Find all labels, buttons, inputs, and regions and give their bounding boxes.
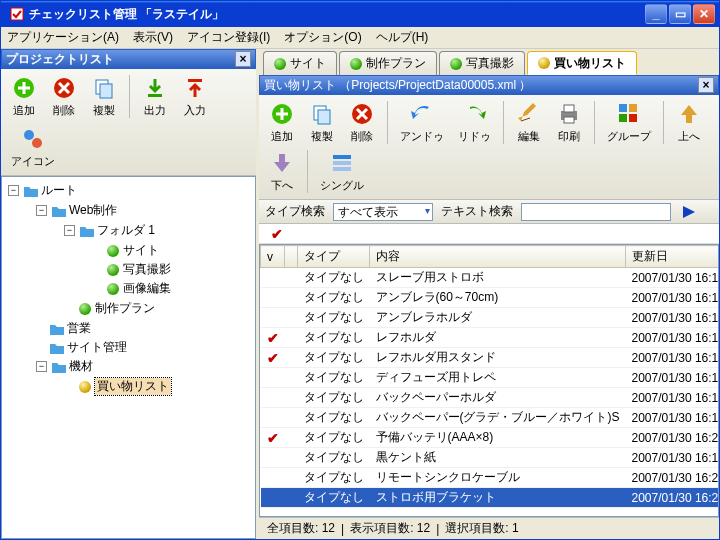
type-search-label: タイプ検索 bbox=[265, 203, 325, 220]
project-list-close-button[interactable]: × bbox=[235, 51, 251, 67]
cell-updated: 2007/01/30 16:20:26 bbox=[626, 488, 720, 508]
tree-sales[interactable]: 営業 bbox=[67, 320, 91, 337]
svg-rect-15 bbox=[564, 117, 574, 123]
type-search-combo[interactable]: すべて表示 bbox=[333, 203, 433, 221]
svg-rect-22 bbox=[333, 167, 351, 171]
text-search-label: テキスト検索 bbox=[441, 203, 513, 220]
cell-type: タイプなし bbox=[298, 328, 370, 348]
cell-updated: 2007/01/30 16:20:13 bbox=[626, 468, 720, 488]
menu-application[interactable]: アプリケーション(A) bbox=[7, 29, 119, 46]
close-button[interactable]: ✕ bbox=[693, 4, 715, 24]
item-icon bbox=[105, 281, 121, 297]
item-grid[interactable]: v タイプ 内容 更新日 タイプなしスレーブ用ストロボ2007/01/30 16… bbox=[259, 244, 719, 517]
tree-photo[interactable]: 写真撮影 bbox=[123, 261, 171, 278]
item-duplicate-button[interactable]: 複製 bbox=[303, 99, 341, 146]
project-icon-button[interactable]: アイコン bbox=[5, 124, 61, 171]
table-row[interactable]: タイプなしスレーブ用ストロボ2007/01/30 16:15:04 bbox=[261, 268, 720, 288]
table-row[interactable]: ✔タイプなしレフホルダ用スタンド2007/01/30 16:16:23 bbox=[261, 348, 720, 368]
minimize-button[interactable]: _ bbox=[645, 4, 667, 24]
project-duplicate-button[interactable]: 複製 bbox=[85, 73, 123, 120]
project-export-button[interactable]: 出力 bbox=[136, 73, 174, 120]
print-button[interactable]: 印刷 bbox=[550, 99, 588, 146]
filter-bar: タイプ検索 すべて表示 テキスト検索 bbox=[259, 200, 719, 224]
move-down-button[interactable]: 下へ bbox=[263, 148, 301, 195]
tree-collapse-icon[interactable]: − bbox=[36, 361, 47, 372]
text-search-input[interactable] bbox=[521, 203, 671, 221]
tree-equip[interactable]: 機材 bbox=[69, 358, 93, 375]
project-add-button[interactable]: 追加 bbox=[5, 73, 43, 120]
project-delete-button[interactable]: 削除 bbox=[45, 73, 83, 120]
folder-icon bbox=[49, 340, 65, 356]
maximize-button[interactable]: ▭ bbox=[669, 4, 691, 24]
redo-button[interactable]: リドゥ bbox=[452, 99, 497, 146]
tree-root[interactable]: ルート bbox=[41, 182, 77, 199]
cell-content: 黒ケント紙 bbox=[370, 448, 626, 468]
tab-plan[interactable]: 制作プラン bbox=[339, 51, 437, 75]
table-row[interactable]: タイプなしバックペーパー(グラデ・ブルー／ホワイト)S2007/01/30 16… bbox=[261, 408, 720, 428]
col-type[interactable]: タイプ bbox=[298, 246, 370, 268]
project-import-button[interactable]: 入力 bbox=[176, 73, 214, 120]
single-button[interactable]: シングル bbox=[314, 148, 370, 195]
cell-content: ストロボ用ブラケット bbox=[370, 488, 626, 508]
tree-plan[interactable]: 制作プラン bbox=[95, 300, 155, 317]
tree-siteadmin[interactable]: サイト管理 bbox=[67, 339, 127, 356]
project-toolbar: 追加 削除 複製 出力 入力 アイコン bbox=[1, 69, 256, 176]
group-button[interactable]: グループ bbox=[601, 99, 657, 146]
main-pane: サイト 制作プラン 写真撮影 買い物リスト 買い物リスト （Projects/P… bbox=[259, 49, 719, 539]
col-updated[interactable]: 更新日 bbox=[626, 246, 720, 268]
tree-site[interactable]: サイト bbox=[123, 242, 159, 259]
table-row[interactable]: タイプなしディフューズ用トレペ2007/01/30 16:16:57 bbox=[261, 368, 720, 388]
menu-option[interactable]: オプション(O) bbox=[284, 29, 361, 46]
tab-photo[interactable]: 写真撮影 bbox=[439, 51, 525, 75]
table-row[interactable]: タイプなしストロボ用ブラケット2007/01/30 16:20:26 bbox=[261, 488, 720, 508]
edit-button[interactable]: 編集 bbox=[510, 99, 548, 146]
search-go-button[interactable] bbox=[679, 203, 697, 221]
menu-icon[interactable]: アイコン登録(I) bbox=[187, 29, 270, 46]
item-add-button[interactable]: 追加 bbox=[263, 99, 301, 146]
folder-icon bbox=[79, 223, 95, 239]
menu-view[interactable]: 表示(V) bbox=[133, 29, 173, 46]
svg-rect-11 bbox=[318, 110, 330, 124]
table-row[interactable]: タイプなしリモートシンクロケーブル2007/01/30 16:20:13 bbox=[261, 468, 720, 488]
cell-content: レフホルダ用スタンド bbox=[370, 348, 626, 368]
col-content[interactable]: 内容 bbox=[370, 246, 626, 268]
status-total: 全項目数: 12 bbox=[267, 520, 335, 537]
cell-type: タイプなし bbox=[298, 468, 370, 488]
svg-rect-4 bbox=[100, 84, 112, 98]
tree-collapse-icon[interactable]: − bbox=[64, 225, 75, 236]
tree-folder1[interactable]: フォルダ 1 bbox=[97, 222, 155, 239]
tree-collapse-icon[interactable]: − bbox=[36, 205, 47, 216]
tree-collapse-icon[interactable]: − bbox=[8, 185, 19, 196]
panel-title: 買い物リスト （Projects/ProjectData00005.xml ） bbox=[264, 77, 531, 94]
check-filter-icon[interactable]: ✔ bbox=[271, 226, 283, 242]
cell-content: アンブレラホルダ bbox=[370, 308, 626, 328]
ball-icon bbox=[350, 58, 362, 70]
table-row[interactable]: タイプなしアンブレラ(60～70cm)2007/01/30 16:19:12 bbox=[261, 288, 720, 308]
project-tree[interactable]: −ルート −Web制作 −フォルダ 1 サイト 写真撮影 bbox=[1, 176, 256, 539]
table-row[interactable]: ✔タイプなしレフホルダ2007/01/30 16:18:39 bbox=[261, 328, 720, 348]
panel-close-button[interactable]: × bbox=[698, 77, 714, 93]
move-up-button[interactable]: 上へ bbox=[670, 99, 708, 146]
menu-help[interactable]: ヘルプ(H) bbox=[376, 29, 429, 46]
tab-shopping[interactable]: 買い物リスト bbox=[527, 51, 637, 75]
item-icon bbox=[105, 262, 121, 278]
tree-image[interactable]: 画像編集 bbox=[123, 280, 171, 297]
col-check[interactable]: v bbox=[261, 246, 285, 268]
cell-updated: 2007/01/30 16:16:23 bbox=[626, 348, 720, 368]
table-row[interactable]: タイプなし黒ケント紙2007/01/30 16:19:46 bbox=[261, 448, 720, 468]
cell-updated: 2007/01/30 16:17:47 bbox=[626, 408, 720, 428]
table-row[interactable]: ✔タイプなし予備バッテリ(AAA×8)2007/01/30 16:21:05 bbox=[261, 428, 720, 448]
col-icon[interactable] bbox=[285, 246, 298, 268]
tree-web[interactable]: Web制作 bbox=[69, 202, 117, 219]
item-icon bbox=[105, 243, 121, 259]
table-row[interactable]: タイプなしアンブレラホルダ2007/01/30 16:15:23 bbox=[261, 308, 720, 328]
tab-site[interactable]: サイト bbox=[263, 51, 337, 75]
item-delete-button[interactable]: 削除 bbox=[343, 99, 381, 146]
svg-rect-0 bbox=[11, 8, 23, 20]
cell-content: スレーブ用ストロボ bbox=[370, 268, 626, 288]
undo-button[interactable]: アンドゥ bbox=[394, 99, 450, 146]
item-icon bbox=[77, 301, 93, 317]
table-row[interactable]: タイプなしバックペーパーホルダ2007/01/30 16:17:19 bbox=[261, 388, 720, 408]
tree-shopping[interactable]: 買い物リスト bbox=[95, 378, 171, 395]
status-bar: 全項目数: 12 | 表示項目数: 12 | 選択項目数: 1 bbox=[259, 517, 719, 539]
